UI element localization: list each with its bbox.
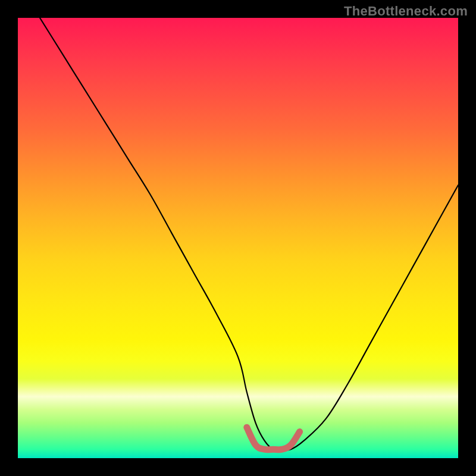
watermark-text: TheBottleneck.com [344,4,468,19]
mismatch-curve [40,18,458,450]
curve-layer [18,18,458,458]
plot-area [18,18,458,458]
optimal-zone-highlight [247,427,300,450]
chart-frame: TheBottleneck.com [0,0,476,476]
